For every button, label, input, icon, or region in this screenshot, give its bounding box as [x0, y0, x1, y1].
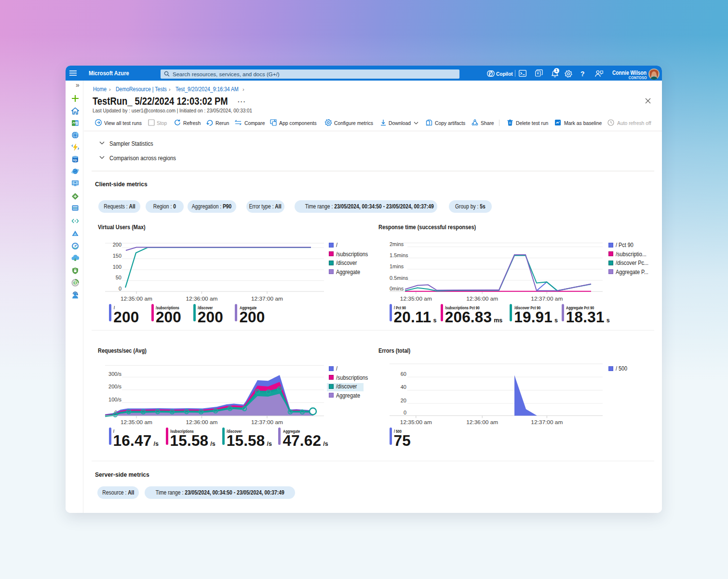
- svg-text:$: $: [74, 281, 76, 285]
- svg-text:0: 0: [404, 410, 406, 415]
- svg-text:12:36:00 am: 12:36:00 am: [186, 296, 218, 302]
- svg-text:1mins: 1mins: [390, 263, 404, 269]
- svg-text:12:35:00 am: 12:35:00 am: [400, 419, 432, 425]
- svg-text:12:37:00 am: 12:37:00 am: [531, 419, 563, 425]
- svg-text:100: 100: [113, 264, 121, 270]
- svg-text:12:36:00 am: 12:36:00 am: [466, 296, 498, 302]
- svg-text:12:35:00 am: 12:35:00 am: [121, 296, 152, 302]
- svg-text:12:35:00 am: 12:35:00 am: [121, 419, 152, 425]
- svg-text:40: 40: [401, 384, 406, 390]
- svg-text:200/s: 200/s: [108, 384, 121, 389]
- svg-text:20: 20: [401, 398, 406, 403]
- svg-text:50: 50: [116, 275, 121, 280]
- svg-text:0.5mins: 0.5mins: [390, 275, 408, 281]
- svg-text:0mins: 0mins: [390, 286, 404, 291]
- svg-text:SQL: SQL: [73, 159, 78, 162]
- svg-text:12:37:00 am: 12:37:00 am: [251, 296, 283, 302]
- svg-text:12:37:00 am: 12:37:00 am: [531, 296, 563, 302]
- svg-text:100/s: 100/s: [108, 397, 121, 402]
- svg-text:60: 60: [401, 371, 406, 377]
- svg-text:12:35:00 am: 12:35:00 am: [400, 296, 432, 302]
- svg-text:300/s: 300/s: [108, 371, 121, 377]
- svg-text:1.5mins: 1.5mins: [390, 252, 408, 258]
- svg-text:12:36:00 am: 12:36:00 am: [186, 419, 218, 425]
- svg-text:0: 0: [119, 286, 121, 291]
- svg-text:200: 200: [113, 242, 121, 248]
- svg-text:12:36:00 am: 12:36:00 am: [466, 419, 498, 425]
- svg-text:150: 150: [113, 253, 121, 259]
- svg-text:2mins: 2mins: [390, 241, 404, 247]
- svg-text:12:37:00 am: 12:37:00 am: [251, 419, 283, 425]
